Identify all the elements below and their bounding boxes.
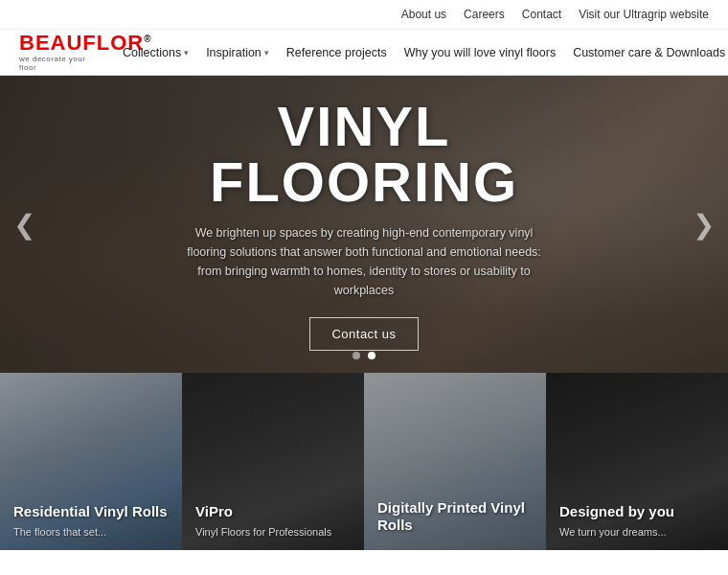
cards-section: Residential Vinyl Rolls The floors that … bbox=[0, 373, 728, 550]
chevron-down-icon: ▾ bbox=[184, 48, 189, 58]
contact-link[interactable]: Contact bbox=[522, 8, 561, 21]
main-nav: BEAUFLOR® we decorate your floor Collect… bbox=[0, 30, 728, 76]
ultragrip-link[interactable]: Visit our Ultragrip website bbox=[579, 8, 709, 21]
card-digital[interactable]: Digitally Printed Vinyl Rolls bbox=[364, 373, 546, 550]
top-nav: About us Careers Contact Visit our Ultra… bbox=[0, 0, 728, 30]
chevron-down-icon: ▾ bbox=[264, 48, 269, 58]
hero-dot-2[interactable] bbox=[368, 352, 375, 359]
careers-link[interactable]: Careers bbox=[464, 8, 505, 21]
hero-subtitle: We brighten up spaces by creating high-e… bbox=[182, 223, 546, 300]
card-content-digital: Digitally Printed Vinyl Rolls bbox=[364, 488, 546, 551]
logo-tagline: we decorate your floor bbox=[19, 55, 96, 72]
about-us-link[interactable]: About us bbox=[401, 8, 446, 21]
nav-customercare[interactable]: Customer care & Downloads ▾ bbox=[573, 33, 728, 73]
logo[interactable]: BEAUFLOR® we decorate your floor bbox=[19, 33, 96, 72]
hero-dots bbox=[353, 352, 375, 359]
hero-section: ❮ ❯ VINYL FLOORING We brighten up spaces… bbox=[0, 76, 728, 373]
card-designed[interactable]: Designed by you We turn your dreams... bbox=[546, 373, 728, 550]
card-vipro[interactable]: ViPro Vinyl Floors for Professionals bbox=[182, 373, 364, 550]
nav-reference[interactable]: Reference projects bbox=[286, 33, 387, 73]
logo-brand: BEAU bbox=[19, 31, 82, 55]
card-content-vipro: ViPro Vinyl Floors for Professionals bbox=[182, 492, 364, 550]
nav-inspiration[interactable]: Inspiration ▾ bbox=[206, 33, 269, 73]
contact-us-button[interactable]: Contact us bbox=[309, 317, 418, 351]
hero-dot-1[interactable] bbox=[353, 352, 360, 359]
nav-collections[interactable]: Collections ▾ bbox=[123, 33, 189, 73]
card-residential[interactable]: Residential Vinyl Rolls The floors that … bbox=[0, 373, 182, 550]
nav-why[interactable]: Why you will love vinyl floors bbox=[404, 33, 556, 73]
hero-content: VINYL FLOORING We brighten up spaces by … bbox=[0, 76, 728, 373]
hero-title: VINYL FLOORING bbox=[210, 99, 518, 210]
card-content-designed: Designed by you We turn your dreams... bbox=[546, 492, 728, 550]
card-content-residential: Residential Vinyl Rolls The floors that … bbox=[0, 492, 182, 550]
nav-items: Collections ▾ Inspiration ▾ Reference pr… bbox=[123, 33, 728, 73]
